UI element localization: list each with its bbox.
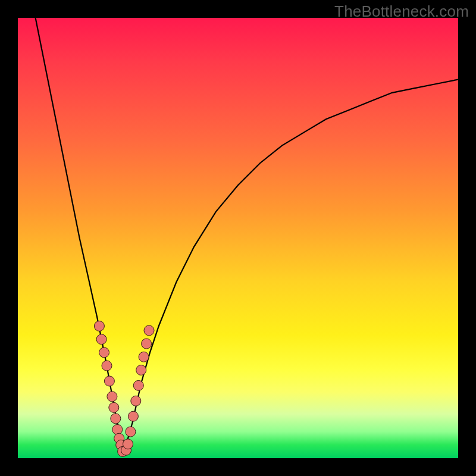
marker-dot — [96, 334, 107, 345]
marker-dot — [142, 339, 152, 349]
marker-dot — [112, 424, 123, 434]
bottleneck-curve — [36, 18, 458, 454]
marker-dot — [107, 392, 117, 402]
marker-cluster — [94, 321, 154, 457]
marker-dot — [133, 380, 143, 390]
marker-dot — [109, 402, 119, 412]
chart-frame: TheBottleneck.com — [0, 0, 476, 476]
marker-dot — [139, 352, 149, 362]
watermark-text: TheBottleneck.com — [334, 2, 469, 21]
marker-dot — [104, 376, 114, 386]
marker-dot — [126, 427, 136, 437]
marker-dot — [94, 321, 104, 331]
marker-dot — [111, 414, 121, 424]
marker-dot — [99, 347, 109, 358]
marker-dot — [131, 396, 141, 406]
marker-dot — [123, 439, 133, 449]
bottleneck-curve-svg — [18, 18, 458, 458]
plot-area — [18, 18, 458, 458]
marker-dot — [136, 365, 146, 375]
marker-dot — [128, 411, 138, 421]
marker-dot — [144, 325, 154, 336]
marker-dot — [102, 361, 112, 371]
